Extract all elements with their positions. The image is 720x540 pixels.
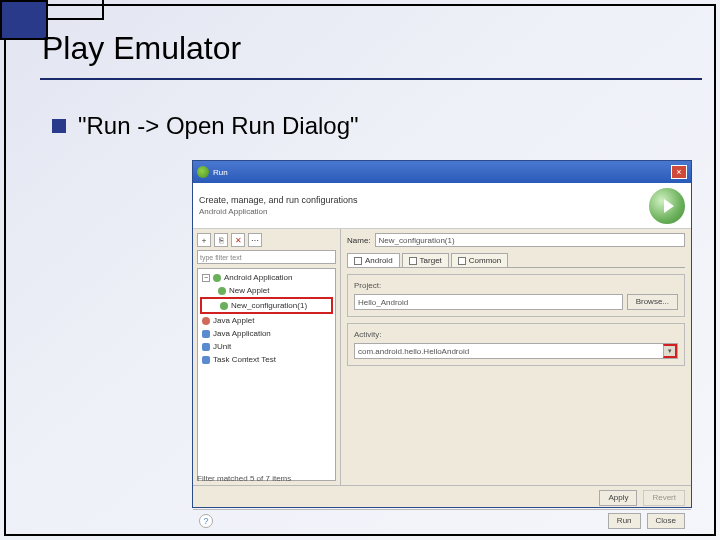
- config-tree[interactable]: − Android Application New Applet New_con…: [197, 268, 336, 481]
- bullet-row: "Run -> Open Run Dialog": [52, 112, 359, 140]
- java-icon: [202, 330, 210, 338]
- android-icon: [213, 274, 221, 282]
- checkbox-icon: [409, 257, 417, 265]
- corner-accent: [0, 0, 48, 40]
- tree-item-android-app[interactable]: − Android Application: [200, 271, 333, 284]
- applet-icon: [202, 317, 210, 325]
- close-icon[interactable]: ×: [671, 165, 687, 179]
- play-icon: [649, 188, 685, 224]
- tree-item-java-app[interactable]: Java Application: [200, 327, 333, 340]
- duplicate-config-icon[interactable]: ⎘: [214, 233, 228, 247]
- left-pane: ＋ ⎘ ✕ ⋯ type filter text − Android Appli…: [193, 229, 341, 485]
- title-underline: [40, 78, 702, 80]
- android-icon: [220, 302, 228, 310]
- tree-item-task-context[interactable]: Task Context Test: [200, 353, 333, 366]
- titlebar: Run ×: [193, 161, 691, 183]
- apply-button[interactable]: Apply: [599, 490, 637, 506]
- task-icon: [202, 356, 210, 364]
- bullet-icon: [52, 119, 66, 133]
- name-input[interactable]: New_configuration(1): [375, 233, 685, 247]
- run-button[interactable]: Run: [608, 513, 641, 529]
- tree-item-java-applet[interactable]: Java Applet: [200, 314, 333, 327]
- checkbox-icon: [458, 257, 466, 265]
- chevron-down-icon[interactable]: ▾: [663, 344, 677, 358]
- activity-dropdown[interactable]: com.android.hello.HelloAndroid ▾: [354, 343, 678, 359]
- filter-input[interactable]: type filter text: [197, 250, 336, 264]
- tree-item-new-config[interactable]: New_configuration(1): [200, 297, 333, 314]
- slide-title: Play Emulator: [42, 30, 241, 67]
- run-dialog: Run × Create, manage, and run configurat…: [192, 160, 692, 508]
- tab-row: Android Target Common: [347, 253, 685, 268]
- expand-icon[interactable]: −: [202, 274, 210, 282]
- dialog-footer: ? Run Close: [193, 509, 691, 531]
- window-title: Run: [213, 168, 228, 177]
- filter-status: Filter matched 5 of 7 items: [197, 474, 291, 483]
- android-icon: [218, 287, 226, 295]
- project-label: Project:: [354, 281, 678, 290]
- project-field[interactable]: Hello_Android: [354, 294, 623, 310]
- name-label: Name:: [347, 236, 371, 245]
- tab-common[interactable]: Common: [451, 253, 508, 267]
- junit-icon: [202, 343, 210, 351]
- activity-label: Activity:: [354, 330, 678, 339]
- delete-config-icon[interactable]: ✕: [231, 233, 245, 247]
- tab-android[interactable]: Android: [347, 253, 400, 267]
- dialog-header: Create, manage, and run configurations A…: [193, 183, 691, 229]
- tab-target[interactable]: Target: [402, 253, 449, 267]
- tree-item-junit[interactable]: JUnit: [200, 340, 333, 353]
- header-title: Create, manage, and run configurations: [199, 195, 358, 205]
- apply-footer: Apply Revert: [193, 485, 691, 509]
- checkbox-icon: [354, 257, 362, 265]
- corner-accent-2: [48, 0, 104, 20]
- revert-button[interactable]: Revert: [643, 490, 685, 506]
- browse-button[interactable]: Browse...: [627, 294, 678, 310]
- new-config-icon[interactable]: ＋: [197, 233, 211, 247]
- help-icon[interactable]: ?: [199, 514, 213, 528]
- bullet-text: "Run -> Open Run Dialog": [78, 112, 359, 140]
- config-toolbar: ＋ ⎘ ✕ ⋯: [197, 233, 336, 247]
- app-icon: [197, 166, 209, 178]
- right-pane: Name: New_configuration(1) Android Targe…: [341, 229, 691, 485]
- project-group: Project: Hello_Android Browse...: [347, 274, 685, 317]
- tree-item-new-applet[interactable]: New Applet: [200, 284, 333, 297]
- close-button[interactable]: Close: [647, 513, 685, 529]
- filter-config-icon[interactable]: ⋯: [248, 233, 262, 247]
- header-subtitle: Android Application: [199, 207, 358, 216]
- activity-group: Activity: com.android.hello.HelloAndroid…: [347, 323, 685, 366]
